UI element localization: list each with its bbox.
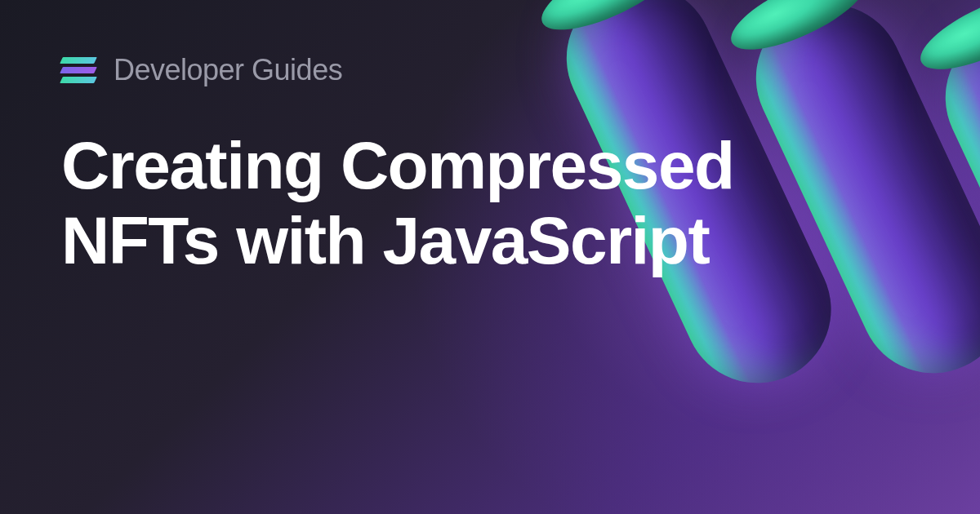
solana-logo-icon [61,57,96,83]
logo-bar [60,57,97,64]
content-container: Developer Guides Creating Compressed NFT… [0,0,980,514]
subtitle-text: Developer Guides [114,53,342,87]
logo-bar [60,77,97,83]
page-title: Creating Compressed NFTs with JavaScript [61,128,796,278]
header: Developer Guides [61,53,919,87]
logo-bar [60,67,97,73]
